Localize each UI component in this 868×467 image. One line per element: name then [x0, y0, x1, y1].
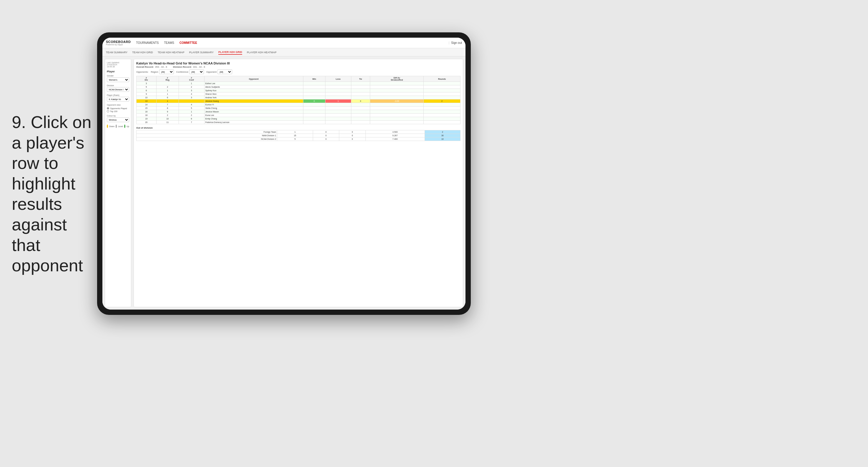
table-cell — [325, 106, 351, 110]
table-row[interactable]: 19106Emily Chang — [136, 117, 461, 121]
table-cell — [370, 96, 424, 99]
table-cell — [424, 92, 461, 96]
table-cell: 2 — [179, 114, 204, 117]
table-cell — [303, 89, 326, 92]
out-div-table: Foreign Team1004.5002NAIA Division 11500… — [136, 130, 461, 141]
table-cell: -3.00 — [370, 99, 424, 103]
table-row[interactable]: 20117Federica Domecq Lacroze — [136, 121, 461, 124]
nav-committee[interactable]: COMMITTEE — [180, 41, 197, 45]
th-opponent: Opponent — [204, 76, 303, 82]
sub-nav-player-h2h-heatmap[interactable]: PLAYER H2H HEATMAP — [247, 50, 277, 55]
sub-nav-player-summary[interactable]: PLAYER SUMMARY — [189, 50, 214, 55]
overall-record-value: 353 - 34 - 6 — [155, 66, 167, 68]
table-cell — [325, 121, 351, 124]
nav-links: TOURNAMENTS TEAMS COMMITTEE — [136, 41, 448, 45]
table-cell — [325, 103, 351, 106]
main-content: Last Updated: 27/03/202416:55:38 Player … — [102, 57, 465, 310]
table-cell: 7 — [156, 103, 179, 106]
radio-opponents-label: Opponents Played — [110, 107, 127, 110]
opponent-select[interactable]: (All) — [217, 69, 232, 74]
out-of-div-title: Out of division — [136, 127, 461, 129]
table-cell: Stella Chong — [204, 106, 303, 110]
table-cell: 3 — [179, 96, 204, 99]
table-cell: 10 — [136, 96, 157, 99]
nav-teams[interactable]: TEAMS — [164, 41, 174, 45]
table-cell — [303, 82, 326, 85]
panel-title: Katelyn Vo Head-to-Head Grid for Women's… — [136, 62, 461, 65]
sidebar-player-rank-select[interactable]: 8. Katelyn Vo — [107, 97, 129, 101]
tablet-screen: SCOREBOARD Powered by clippd TOURNAMENTS… — [102, 38, 465, 310]
sub-nav-team-summary[interactable]: TEAM SUMMARY — [106, 50, 127, 55]
table-container[interactable]: #Div #Reg #Conf Opponent Win Loss Tie Di… — [136, 76, 461, 305]
out-div-cell: 0 — [313, 137, 339, 141]
table-cell — [424, 106, 461, 110]
table-row[interactable]: 131Jessica Huang010-3.002 — [136, 99, 461, 103]
table-cell — [370, 82, 424, 85]
out-div-cell: 0 — [339, 130, 366, 134]
table-cell: 1 — [156, 99, 179, 103]
table-cell — [351, 85, 370, 89]
table-row[interactable]: 1691Jessica Mason — [136, 110, 461, 114]
out-div-cell: 9.267 — [366, 134, 425, 137]
conference-select[interactable]: (All) — [189, 69, 204, 74]
table-cell — [424, 117, 461, 121]
table-cell — [351, 92, 370, 96]
table-cell: 14 — [136, 103, 157, 106]
th-diff: Diff AvStrokes/Rnd — [370, 76, 424, 82]
table-cell: 4 — [179, 103, 204, 106]
table-cell — [325, 92, 351, 96]
table-cell: 3 — [179, 89, 204, 92]
table-cell: Sydney Kuo — [204, 89, 303, 92]
sub-nav-team-h2h-grid[interactable]: TEAM H2H GRID — [132, 50, 153, 55]
table-cell: 1 — [325, 99, 351, 103]
out-div-row[interactable]: Foreign Team1004.5002 — [136, 130, 461, 134]
out-div-row[interactable]: NCAA Division 25007.40010 — [136, 137, 461, 141]
table-row[interactable]: 1822Euna Lee — [136, 114, 461, 117]
table-cell — [325, 110, 351, 114]
sidebar-division-select[interactable]: NCAA Division III — [107, 87, 129, 92]
out-div-cell: NAIA Division 1 — [136, 134, 277, 137]
sign-out-button[interactable]: Sign out — [451, 41, 462, 44]
sidebar-colour-section: Colour by Win/loss — [107, 115, 129, 122]
conference-filter: Conference (All) — [176, 69, 204, 74]
table-cell — [424, 82, 461, 85]
table-cell: 6 — [136, 89, 157, 92]
radio-top100[interactable]: Top 100 — [107, 110, 129, 113]
sidebar-colour-select[interactable]: Win/loss — [107, 117, 129, 122]
table-cell — [325, 82, 351, 85]
table-row[interactable]: 613Sydney Kuo — [136, 89, 461, 92]
legend-down-label: Down — [109, 125, 115, 127]
nav-tournaments[interactable]: TOURNAMENTS — [136, 41, 159, 45]
sidebar-gender-select[interactable]: Women's — [107, 77, 129, 82]
out-div-row[interactable]: NAIA Division 115009.26730 — [136, 134, 461, 137]
legend-up-label: Up — [126, 125, 129, 127]
table-cell: 5 — [136, 85, 157, 89]
table-cell — [303, 92, 326, 96]
annotation-text: 9. Click on a player's row to highlight … — [12, 112, 94, 276]
table-cell — [325, 85, 351, 89]
table-cell — [351, 103, 370, 106]
table-cell — [351, 110, 370, 114]
table-row[interactable]: 522Alexis Sudjianto — [136, 85, 461, 89]
table-row[interactable]: 1063Andrea York — [136, 96, 461, 99]
table-row[interactable]: 31Esther Lee — [136, 82, 461, 85]
sidebar: Last Updated: 27/03/202416:55:38 Player … — [105, 59, 131, 307]
panel-header: Katelyn Vo Head-to-Head Grid for Women's… — [136, 62, 461, 68]
table-cell: 2 — [424, 99, 461, 103]
table-cell: 9 — [136, 92, 157, 96]
out-div-cell: NCAA Division 2 — [136, 137, 277, 141]
table-row[interactable]: 1474Eunice Yi — [136, 103, 461, 106]
out-div-cell: Foreign Team — [136, 130, 277, 134]
table-row[interactable]: 1585Stella Chong — [136, 106, 461, 110]
out-div-cell: 0 — [339, 137, 366, 141]
table-cell — [424, 85, 461, 89]
sub-nav-team-h2h-heatmap[interactable]: TEAM H2H HEATMAP — [158, 50, 185, 55]
sub-nav: TEAM SUMMARY TEAM H2H GRID TEAM H2H HEAT… — [102, 48, 465, 57]
sidebar-gender-label: Gender — [107, 75, 129, 77]
table-cell — [370, 89, 424, 92]
table-row[interactable]: 914Sharon Mun — [136, 92, 461, 96]
region-select[interactable]: (All) — [159, 69, 174, 74]
sub-nav-player-h2h-grid[interactable]: PLAYER H2H GRID — [218, 50, 242, 55]
table-cell — [351, 121, 370, 124]
radio-opponents-played[interactable]: Opponents Played — [107, 107, 129, 110]
